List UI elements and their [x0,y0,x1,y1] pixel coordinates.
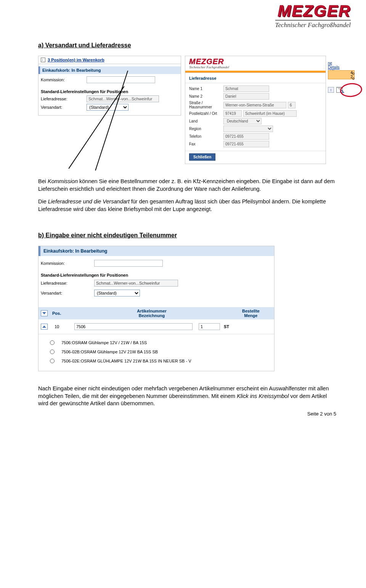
unit-label: ST [224,324,229,329]
collapse-up-button[interactable] [41,324,48,330]
name2-label: Name 2 [189,94,223,98]
choice-label-1: 7506:OSRAM Glühlampe 12V / 21W / BA 15S [61,340,147,345]
collapse-down-button[interactable] [41,310,48,316]
col-qty: BestellteMenge [230,309,272,318]
cart-positions-link[interactable]: 3 Position(en) im Warenkorb [48,58,104,62]
red-circle-annotation [339,82,363,98]
quantity-input[interactable] [199,323,220,330]
plz-label: Postleitzahl / Ort [189,111,223,116]
ort-field [243,110,297,117]
kommission-label-2: Kommission: [41,261,94,266]
strasse-field [223,102,286,108]
choice-radio-3[interactable] [50,359,55,363]
article-choice-row: 7506-02B:OSRAM Glühlampe 12V 21W BA 15S … [50,347,274,356]
fax-label: Fax [189,142,223,146]
paragraph-a1: Bei Kommission können Sie eine Bestellnu… [38,178,336,193]
hausnr-field [288,102,295,108]
figure-a-screenshot: 3 Position(en) im Warenkorb Einkaufskorb… [38,56,336,155]
kommission-input[interactable] [87,76,155,83]
choice-radio-2[interactable] [50,350,55,354]
versandart-label: Versandart: [41,105,87,110]
name1-field [223,85,269,92]
choice-radio-1[interactable] [50,340,55,345]
choice-label-2: 7506-02B:OSRAM Glühlampe 12V 21W BA 15S … [61,350,158,354]
section-b-heading: b) Eingabe einer nicht eindeutigen Teile… [38,232,336,239]
page-footer: Seite 2 von 5 [307,411,336,417]
lieferadresse-field[interactable] [87,95,159,102]
plz-field [223,110,242,117]
name1-label: Name 1 [189,87,223,91]
land-select: Deutschland [223,118,262,124]
tel-field [223,133,269,140]
figure-b-screenshot: Einkaufskorb: In Bearbeitung Kommission:… [38,246,274,371]
article-choice-row: 7506:OSRAM Glühlampe 12V / 21W / BA 15S [50,338,274,347]
col-pos: Pos. [52,311,74,316]
lieferadresse-label: Lieferadresse: [41,97,87,101]
popup-logo-sub: Technischer Fachgroßhandel [189,65,323,69]
versandart-select-2[interactable]: (Standard) [94,290,140,296]
region-label: Region [189,127,223,131]
kommission-input-2[interactable] [94,260,163,267]
article-number-input[interactable] [74,323,193,330]
article-choice-row: 7506-02E:OSRAM GLÜHLAMPE 12V 21W BA 15S … [50,356,274,366]
tel-label: Telefon [189,134,223,139]
kommission-label: Kommission: [41,77,87,82]
popup-title: Lieferadresse [185,73,326,83]
lieferadresse-field-2[interactable] [94,280,178,287]
choice-label-3: 7506-02E:OSRAM GLÜHLAMPE 12V 21W BA 15S … [61,359,191,363]
popup-logo: MEZGER [189,58,323,65]
versandart-label-2: Versandart: [41,291,94,295]
address-popup: MEZGER Technischer Fachgroßhandel Liefer… [185,56,326,164]
fax-field [223,141,269,147]
paragraph-b: Nach Eingabe einer nicht eindeutigen ode… [38,385,336,408]
paragraph-a2: Die Lieferadresse und die Versandart für… [38,198,336,213]
land-label: Land [189,119,223,123]
region-select [223,126,273,132]
delivery-settings-sub-2: Standard-Liefereinstellungen für Positio… [41,271,272,279]
arrow-icon[interactable]: ↕ [328,87,334,93]
cart-icon [41,58,45,62]
orange-counter: 42 [328,70,355,79]
cart-status-bar: Einkaufskorb: In Bearbeitung [39,66,181,74]
details-link[interactable]: ne Details [328,61,340,69]
lieferadresse-label-2: Lieferadresse: [41,281,94,285]
side-char: oo [352,71,355,81]
close-button[interactable]: Schließen [189,153,215,161]
delivery-settings-sub: Standard-Liefereinstellungen für Positio… [39,88,181,95]
col-article: ArtikelnummerBezeichnung [74,309,230,318]
name2-field [223,93,269,100]
pos-value: 10 [55,324,74,329]
cart-status-bar-2: Einkaufskorb: In Bearbeitung [39,246,274,256]
strasse-label: Straße / Hausnummer [189,101,223,109]
section-a-heading: a) Versandart und Lieferadresse [38,42,336,49]
